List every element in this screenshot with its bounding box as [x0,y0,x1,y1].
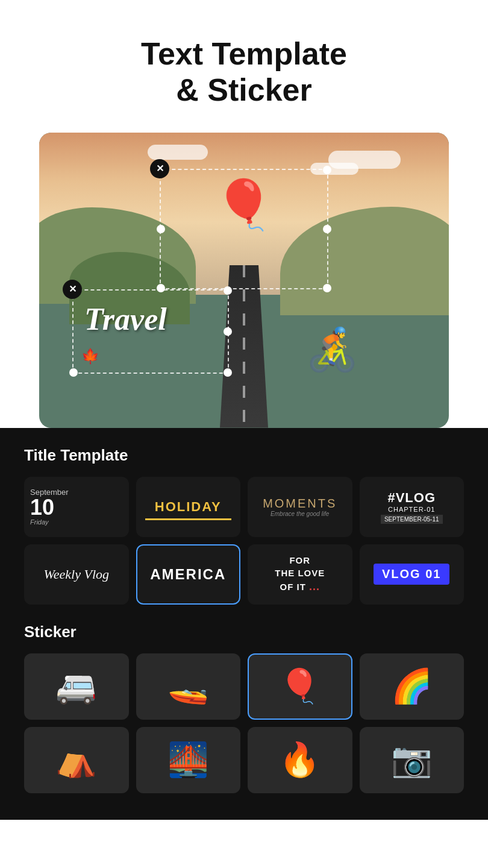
travel-handle-bottom-left[interactable] [69,368,78,377]
road-line [243,265,245,428]
forlove-text: FORTHE LOVEOF IT ... [275,554,325,594]
sticker-fire-emoji: 🔥 [279,740,321,779]
travel-text-sticker[interactable]: Travel 🍁 ✕ [72,289,229,374]
template-grid: September 10 Friday HOLIDAY MOMENTS Embr… [24,477,464,605]
sticker-camera-emoji: 📷 [391,740,433,779]
sticker-rainbow-emoji: 🌈 [391,667,433,706]
moments-sub: Embrace the good life [271,511,329,517]
template-card-holiday[interactable]: HOLIDAY [136,477,241,537]
travel-close-button[interactable]: ✕ [63,280,82,299]
travel-handle-top-right[interactable] [224,286,232,295]
sticker-boat-emoji: 🚤 [167,667,209,706]
sticker-card-balloon[interactable]: 🎈 [248,653,352,720]
america-text: AMERICA [150,566,226,583]
bottom-panel: Title Template September 10 Friday HOLID… [0,428,488,820]
sticker-card-tent[interactable]: ⛺ [24,727,129,793]
template-card-moments[interactable]: MOMENTS Embrace the good life [248,477,352,537]
handle-mid-right[interactable] [323,225,331,233]
sticker-grid: 🚐 🚤 🎈 🌈 ⛺ 🌉 🔥 📷 [24,653,464,793]
sticker-tent-emoji: ⛺ [55,740,97,779]
sept-day: 10 [30,497,54,518]
balloon-sticker[interactable]: 🎈 ✕ [160,169,328,289]
balloon-emoji: 🎈 [214,181,274,229]
handle-mid-left[interactable] [157,225,165,233]
travel-icon: 🍁 [81,348,99,365]
moments-main: MOMENTS [263,497,337,511]
sticker-card-camera[interactable]: 📷 [360,727,465,793]
sticker-card-camper[interactable]: 🚐 [24,653,129,720]
forlove-dots: ... [309,580,320,593]
page-title: Text Template & Sticker [12,36,476,108]
sticker-card-boat[interactable]: 🚤 [136,653,241,720]
sticker-section-title: Sticker [24,623,464,641]
template-card-vlog[interactable]: #VLOG CHAPTER-01 SEPTEMBER-05-11 [360,477,465,537]
template-card-america[interactable]: AMERICA [136,544,241,605]
holiday-text: HOLIDAY [155,499,222,515]
sticker-balloon-emoji: 🎈 [279,667,321,706]
template-section-title: Title Template [24,446,464,465]
weekly-text: Weekly Vlog [43,567,109,582]
travel-handle-mid-right[interactable] [224,327,232,336]
sticker-camper-emoji: 🚐 [55,667,97,706]
template-card-sept[interactable]: September 10 Friday [24,477,129,537]
sticker-card-fire[interactable]: 🔥 [248,727,352,793]
cyclist-figure: 🚴 [306,325,358,374]
vlog-main: #VLOG [387,490,436,506]
page-header: Text Template & Sticker [0,0,488,133]
sticker-bridge-emoji: 🌉 [167,740,209,779]
canvas-area[interactable]: 🚴 🎈 ✕ Travel 🍁 ✕ [39,133,449,428]
cloud-3 [148,145,208,160]
travel-text: Travel [84,301,167,337]
sticker-card-bridge[interactable]: 🌉 [136,727,241,793]
sept-sub: Friday [30,518,49,526]
template-card-vlog01[interactable]: VLOG 01 [360,544,465,605]
sticker-card-rainbow[interactable]: 🌈 [360,653,465,720]
template-card-weekly[interactable]: Weekly Vlog [24,544,129,605]
handle-bottom-right[interactable] [323,284,331,292]
vlog-date: SEPTEMBER-05-11 [381,515,443,524]
template-card-forlove[interactable]: FORTHE LOVEOF IT ... [248,544,352,605]
handle-top-right[interactable] [323,166,331,174]
holiday-line [145,518,232,520]
travel-handle-bottom-right[interactable] [224,368,232,377]
balloon-close-button[interactable]: ✕ [150,159,169,178]
vlog01-text: VLOG 01 [374,564,449,585]
vlog-chapter: CHAPTER-01 [388,506,435,513]
